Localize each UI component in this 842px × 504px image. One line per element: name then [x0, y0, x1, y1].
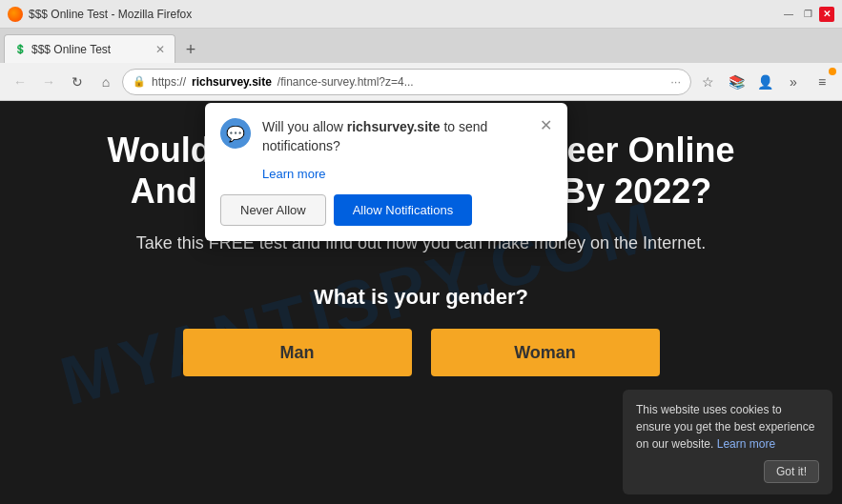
gender-question: What is your gender? — [314, 285, 528, 310]
extensions-icon[interactable]: » — [781, 70, 806, 94]
main-content: MYANTISPY.COM Would You Rather Great Car… — [0, 101, 842, 504]
reload-button[interactable]: ↻ — [65, 70, 90, 94]
toolbar-right: ☆ 📚 👤 » ≡ — [695, 70, 834, 94]
never-allow-button[interactable]: Never Allow — [220, 194, 326, 226]
cookie-got-it-button[interactable]: Got it! — [764, 460, 819, 483]
woman-button[interactable]: Woman — [431, 329, 660, 376]
popup-learn-more-link[interactable]: Learn more — [262, 167, 552, 181]
security-icon: 🔒 — [133, 75, 146, 88]
restore-button[interactable]: ❐ — [800, 7, 815, 22]
window-title: $$$ Online Test - Mozilla Firefox — [29, 8, 192, 21]
sync-icon[interactable]: 👤 — [752, 70, 777, 94]
library-icon[interactable]: 📚 — [724, 70, 749, 94]
popup-close-button[interactable]: ✕ — [540, 118, 552, 133]
popup-message-before: Will you allow — [262, 119, 347, 134]
popup-header: 💬 Will you allow richsurvey.site to send… — [220, 118, 552, 155]
title-bar-left: $$$ Online Test - Mozilla Firefox — [8, 7, 192, 22]
tab-close-button[interactable]: ✕ — [155, 43, 165, 56]
url-more-icon[interactable]: ··· — [670, 74, 681, 89]
popup-buttons: Never Allow Allow Notifications — [220, 194, 552, 226]
cookie-banner: This website uses cookies to ensure you … — [623, 390, 832, 494]
notification-icon: 💬 — [220, 118, 251, 149]
back-button[interactable]: ← — [8, 70, 32, 94]
url-bar[interactable]: 🔒 https:// richsurvey.site /finance-surv… — [122, 69, 691, 95]
close-button[interactable]: ✕ — [819, 7, 834, 22]
notification-popup: 💬 Will you allow richsurvey.site to send… — [205, 103, 567, 241]
minimize-button[interactable]: — — [781, 7, 796, 22]
active-tab[interactable]: 💲 $$$ Online Test ✕ — [4, 34, 175, 63]
gender-buttons: Man Woman — [183, 329, 660, 376]
url-text: https:// — [152, 75, 186, 89]
tab-bar: 💲 $$$ Online Test ✕ + — [0, 29, 842, 63]
url-path: /finance-survey.html?z=4... — [277, 75, 414, 89]
address-bar: ← → ↻ ⌂ 🔒 https:// richsurvey.site /fina… — [0, 63, 842, 101]
cookie-learn-more-link[interactable]: Learn more — [717, 437, 775, 451]
title-bar-controls: — ❐ ✕ — [781, 7, 834, 22]
popup-domain: richsurvey.site — [347, 119, 441, 134]
tab-favicon: 💲 — [14, 44, 26, 54]
popup-text: Will you allow richsurvey.site to send n… — [262, 118, 528, 155]
new-tab-button[interactable]: + — [177, 36, 204, 63]
bookmark-icon[interactable]: ☆ — [695, 70, 720, 94]
man-button[interactable]: Man — [183, 329, 412, 376]
title-bar: $$$ Online Test - Mozilla Firefox — ❐ ✕ — [0, 0, 842, 29]
home-button[interactable]: ⌂ — [93, 70, 118, 94]
menu-button[interactable]: ≡ — [810, 70, 834, 94]
tab-label: $$$ Online Test — [31, 43, 111, 56]
forward-button[interactable]: → — [36, 70, 61, 94]
firefox-icon — [8, 7, 23, 22]
update-indicator — [829, 68, 836, 75]
allow-notifications-button[interactable]: Allow Notifications — [334, 194, 473, 226]
url-domain: richsurvey.site — [192, 75, 272, 89]
